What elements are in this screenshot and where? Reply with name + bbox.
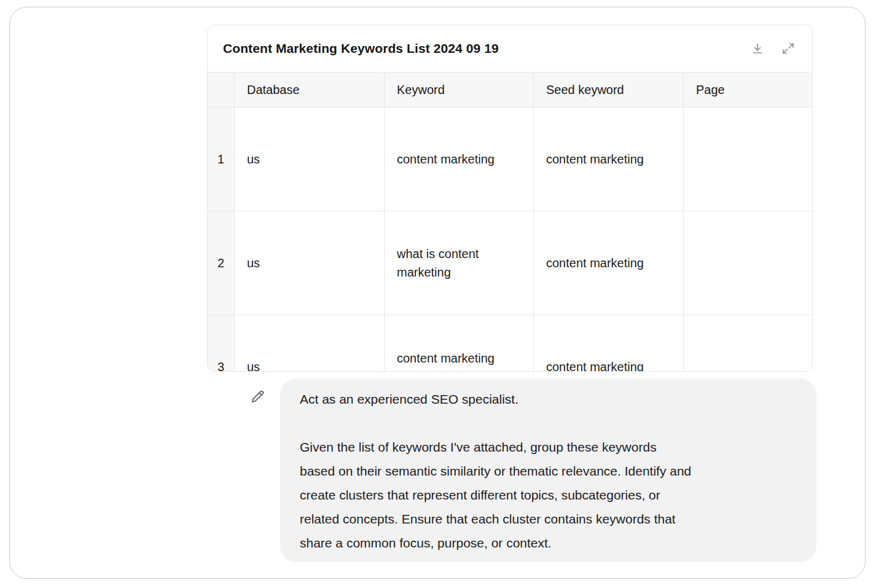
- prompt-message-bubble: Act as an experienced SEO specialist. Gi…: [280, 378, 816, 562]
- prompt-paragraph-1: Act as an experienced SEO specialist.: [300, 387, 796, 411]
- expand-button[interactable]: [778, 38, 799, 59]
- expand-icon: [781, 41, 796, 56]
- row-index: 2: [208, 211, 235, 315]
- column-header-keyword: Keyword: [385, 72, 534, 108]
- column-header-page: Page: [684, 72, 813, 108]
- cell-database: us: [235, 108, 385, 211]
- attachment-card-header: Content Marketing Keywords List 2024 09 …: [208, 25, 812, 72]
- cell-seed-keyword: content marketing: [534, 211, 684, 315]
- row-index: 3: [208, 315, 235, 372]
- keywords-table: Database Keyword Seed keyword Page 1 us …: [208, 72, 812, 372]
- row-index: 1: [208, 108, 235, 211]
- attachment-actions: [747, 38, 799, 59]
- screenshot-stage: Content Marketing Keywords List 2024 09 …: [0, 0, 876, 588]
- attachment-card: Content Marketing Keywords List 2024 09 …: [207, 25, 813, 372]
- column-header-seed-keyword: Seed keyword: [534, 72, 684, 108]
- cell-database: us: [235, 211, 385, 315]
- cell-seed-keyword: content marketing: [534, 108, 684, 211]
- column-header-database: Database: [235, 72, 385, 108]
- download-button[interactable]: [747, 38, 768, 59]
- edit-prompt-button[interactable]: [248, 388, 267, 407]
- cell-keyword: content marketing: [385, 315, 534, 372]
- column-header-index: [208, 72, 235, 108]
- cell-page: [684, 211, 813, 315]
- pencil-icon: [249, 388, 266, 407]
- cell-seed-keyword: content marketing: [534, 315, 684, 372]
- cell-keyword: what is content marketing: [385, 211, 534, 315]
- prompt-paragraph-2: Given the list of keywords I've attached…: [300, 435, 796, 555]
- cell-database: us: [235, 315, 385, 372]
- cell-page: [684, 108, 813, 211]
- cell-page: [684, 315, 813, 372]
- cell-keyword: content marketing: [385, 108, 534, 211]
- download-icon: [750, 41, 765, 56]
- attachment-title: Content Marketing Keywords List 2024 09 …: [223, 41, 747, 56]
